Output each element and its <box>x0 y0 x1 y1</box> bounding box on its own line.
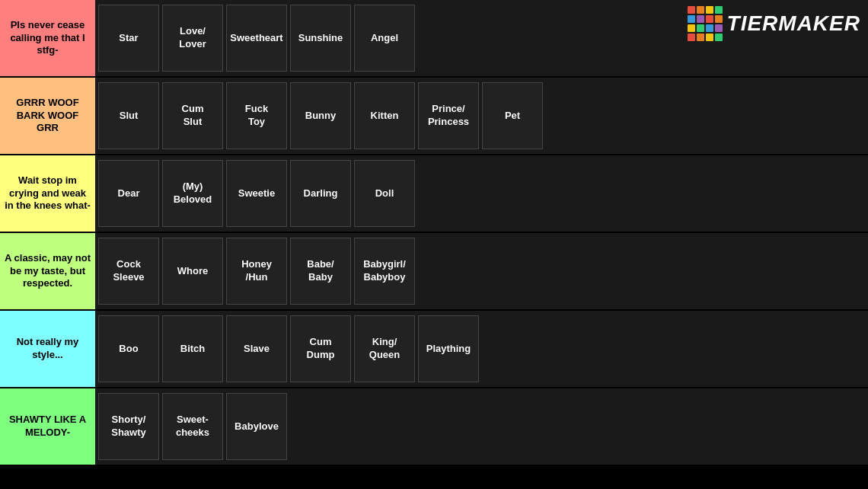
tier-item-5-1[interactable]: Sweet- cheeks <box>162 393 223 460</box>
tier-item-3-2[interactable]: Honey /Hun <box>226 238 287 305</box>
tier-item-0-0[interactable]: Star <box>98 5 159 72</box>
tier-item-3-3[interactable]: Babe/ Baby <box>290 238 351 305</box>
tier-item-2-1[interactable]: (My) Beloved <box>162 160 223 227</box>
tier-item-2-4[interactable]: Doll <box>354 160 415 227</box>
tier-item-1-5[interactable]: Prince/ Princess <box>418 82 479 149</box>
tier-item-4-4[interactable]: King/ Queen <box>354 315 415 382</box>
logo-cell <box>697 34 704 41</box>
logo-cell <box>688 6 695 14</box>
tier-item-3-0[interactable]: Cock Sleeve <box>98 238 159 305</box>
tier-item-4-0[interactable]: Boo <box>98 315 159 382</box>
tier-label-3: A classic, may not be my taste, but resp… <box>0 233 95 309</box>
logo-cell <box>688 24 695 32</box>
logo-grid-icon <box>688 6 723 41</box>
tier-items-1: SlutCum SlutFuck ToyBunnyKittenPrince/ P… <box>95 78 868 154</box>
tier-item-1-0[interactable]: Slut <box>98 82 159 149</box>
logo-cell <box>706 34 713 41</box>
main-container: TiERMAKER Pls never cease calling me tha… <box>0 0 868 489</box>
tier-row-5: SHAWTY LIKE A MELODY-Shorty/ ShawtySweet… <box>0 388 868 466</box>
tier-items-4: BooBitchSlaveCum DumpKing/ QueenPlaythin… <box>95 311 868 387</box>
logo-cell <box>715 15 723 23</box>
tier-label-5: SHAWTY LIKE A MELODY- <box>0 388 95 465</box>
tier-row-3: A classic, may not be my taste, but resp… <box>0 233 868 311</box>
tier-item-0-2[interactable]: Sweetheart <box>226 5 287 72</box>
tier-item-1-4[interactable]: Kitten <box>354 82 415 149</box>
tier-item-0-1[interactable]: Love/ Lover <box>162 5 223 72</box>
tier-label-0: Pls never cease calling me that I stfg- <box>0 0 95 76</box>
tier-item-3-1[interactable]: Whore <box>162 238 223 305</box>
tier-label-1: GRRR WOOF BARK WOOF GRR <box>0 78 95 154</box>
tier-item-2-0[interactable]: Dear <box>98 160 159 227</box>
tier-item-1-6[interactable]: Pet <box>482 82 543 149</box>
logo-cell <box>715 34 723 41</box>
tier-items-2: Dear(My) BelovedSweetieDarlingDoll <box>95 155 868 232</box>
logo-cell <box>697 15 704 23</box>
tier-items-3: Cock SleeveWhoreHoney /HunBabe/ BabyBaby… <box>95 233 868 309</box>
logo-cell <box>715 24 723 32</box>
tier-item-3-4[interactable]: Babygirl/ Babyboy <box>354 238 415 305</box>
tier-item-4-1[interactable]: Bitch <box>162 315 223 382</box>
tier-row-4: Not really my style...BooBitchSlaveCum D… <box>0 311 868 388</box>
logo-cell <box>706 24 713 32</box>
tier-item-1-2[interactable]: Fuck Toy <box>226 82 287 149</box>
tier-items-5: Shorty/ ShawtySweet- cheeksBabylove <box>95 388 868 465</box>
tier-label-2: Wait stop im crying and weak in the knee… <box>0 155 95 232</box>
tier-item-0-3[interactable]: Sunshine <box>290 5 351 72</box>
logo-cell <box>697 24 704 32</box>
tiers-container: Pls never cease calling me that I stfg-S… <box>0 0 868 466</box>
tiermaker-logo: TiERMAKER <box>688 6 860 41</box>
logo-cell <box>706 15 713 23</box>
tier-item-0-4[interactable]: Angel <box>354 5 415 72</box>
tier-item-4-2[interactable]: Slave <box>226 315 287 382</box>
logo-cell <box>706 6 713 14</box>
tier-row-2: Wait stop im crying and weak in the knee… <box>0 155 868 233</box>
tier-item-1-3[interactable]: Bunny <box>290 82 351 149</box>
tier-item-2-3[interactable]: Darling <box>290 160 351 227</box>
tier-item-1-1[interactable]: Cum Slut <box>162 82 223 149</box>
tiermaker-logo-text: TiERMAKER <box>727 11 860 36</box>
tier-item-2-2[interactable]: Sweetie <box>226 160 287 227</box>
tier-item-5-0[interactable]: Shorty/ Shawty <box>98 393 159 460</box>
tier-item-4-5[interactable]: Plaything <box>418 315 479 382</box>
tier-item-5-2[interactable]: Babylove <box>226 393 287 460</box>
logo-cell <box>715 6 723 14</box>
tier-label-4: Not really my style... <box>0 311 95 387</box>
logo-cell <box>697 6 704 14</box>
logo-cell <box>688 15 695 23</box>
tier-row-1: GRRR WOOF BARK WOOF GRRSlutCum SlutFuck … <box>0 78 868 155</box>
logo-cell <box>688 34 695 41</box>
header-bar: TiERMAKER <box>688 6 860 41</box>
tier-item-4-3[interactable]: Cum Dump <box>290 315 351 382</box>
